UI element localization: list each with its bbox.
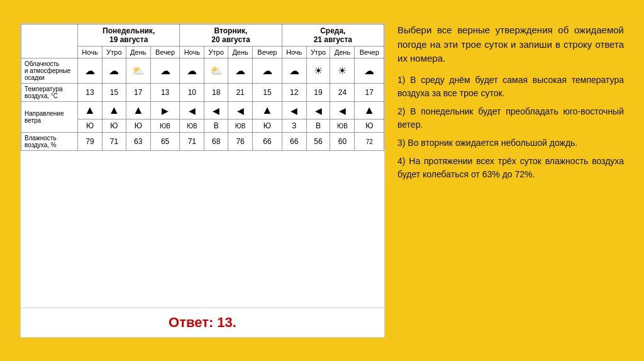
- clouds-row: Облачностьи атмосферныеосадки ☁ ☁ ⛅ ☁ ☁ …: [21, 58, 384, 84]
- intro-text: Выбери все верные утверждения об ожидаем…: [397, 23, 624, 66]
- humidity-row: Влажностьвоздуха, % 79 71 63 65 71 68 76…: [21, 133, 384, 151]
- day-wednesday-header: Среда, 21 августа: [282, 25, 384, 47]
- day-monday-header: Понедельник, 19 августа: [78, 25, 180, 47]
- item-1: 1) В среду днём будет самая высокая темп…: [397, 74, 624, 100]
- item-3: 3) Во вторник ожидается небольшой дождь.: [397, 136, 624, 150]
- temperature-row: Температуравоздуха, °С 13 15 17 13 10 18…: [21, 84, 384, 102]
- question-text-section: Выбери все верные утверждения об ожидаем…: [397, 23, 624, 186]
- day-tuesday-header: Вторник, 20 августа: [180, 25, 282, 47]
- wind-arrows-row: Направлениеветра ▲ ▲ ▲ ▶ ◀ ◀ ◀ ▲ ◀ ◀ ◀ ▲: [21, 102, 384, 119]
- item-2: 2) В понедельник будет преобладать юго-в…: [397, 105, 624, 131]
- weather-table: Понедельник, 19 августа Вторник, 20 авгу…: [21, 24, 384, 151]
- item-4: 4) На протяжении всех трёх суток влажнос…: [397, 155, 624, 181]
- weather-table-section: Понедельник, 19 августа Вторник, 20 авгу…: [20, 23, 385, 338]
- main-container: Понедельник, 19 августа Вторник, 20 авгу…: [14, 11, 630, 350]
- answer-section: Ответ: 13.: [21, 308, 384, 337]
- answer-text: Ответ: 13.: [169, 314, 236, 330]
